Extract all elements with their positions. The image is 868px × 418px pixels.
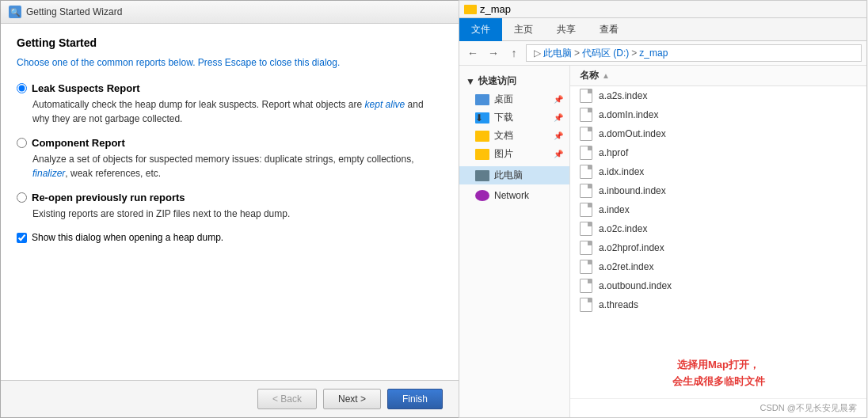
wizard-panel: 🔍 Getting Started Wizard Getting Started… <box>0 0 459 418</box>
sidebar-thispc-section: 此电脑 <box>459 166 569 184</box>
download-pin: 📌 <box>554 113 563 122</box>
ribbon-tab-home[interactable]: 主页 <box>502 18 545 40</box>
file-doc-icon <box>580 298 592 312</box>
file-name: a.threads <box>599 299 638 310</box>
name-column-header: 名称 <box>580 69 599 82</box>
back-nav-btn[interactable]: ← <box>464 44 482 62</box>
option-component: Component Report Analyze a set of object… <box>17 137 443 180</box>
wizard-heading: Getting Started <box>17 36 443 49</box>
ribbon-tab-share[interactable]: 共享 <box>545 18 588 40</box>
file-item[interactable]: a.inbound.index <box>570 181 866 200</box>
network-icon <box>475 190 489 201</box>
show-dialog-checkbox[interactable] <box>17 233 27 243</box>
file-doc-icon <box>580 279 592 293</box>
sidebar-item-thispc[interactable]: 此电脑 <box>459 166 569 184</box>
explorer-body: ▼ 快速访问 桌面 📌 ⬇ 下载 📌 文档 📌 <box>459 66 866 417</box>
file-item[interactable]: a.threads <box>570 295 866 314</box>
quickaccess-label: 快速访问 <box>478 74 516 88</box>
up-nav-btn[interactable]: ↑ <box>505 44 523 62</box>
file-name: a.hprof <box>599 147 628 158</box>
file-doc-icon <box>580 108 592 122</box>
file-item[interactable]: a.domOut.index <box>570 124 866 143</box>
option-leak-radio[interactable] <box>17 83 27 93</box>
next-button[interactable]: Next > <box>323 389 381 409</box>
explorer-titlebar: z_map <box>459 1 866 18</box>
file-item[interactable]: a.domIn.index <box>570 105 866 124</box>
network-label: Network <box>494 190 529 201</box>
file-doc-icon <box>580 260 592 274</box>
wizard-titlebar: 🔍 Getting Started Wizard <box>1 1 459 24</box>
ribbon-tab-file[interactable]: 文件 <box>459 18 502 41</box>
file-doc-icon <box>580 146 592 160</box>
option-reopen-label[interactable]: Re-open previously run reports <box>17 192 443 203</box>
sidebar-item-network[interactable]: Network <box>459 188 569 203</box>
forward-nav-btn[interactable]: → <box>485 44 502 62</box>
address-arrow: ▷ <box>534 48 541 59</box>
option-component-label[interactable]: Component Report <box>17 137 443 149</box>
option-leak-text: Leak Suspects Report <box>32 82 140 94</box>
file-doc-icon <box>580 203 592 217</box>
finish-button[interactable]: Finish <box>387 389 443 409</box>
sidebar-item-docs[interactable]: 文档 📌 <box>459 127 569 145</box>
download-label: 下载 <box>494 111 513 124</box>
desktop-pin: 📌 <box>554 95 563 104</box>
address-folder[interactable]: z_map <box>639 48 668 59</box>
explorer-content: 名称 ▲ a.a2s.indexa.domIn.indexa.domOut.in… <box>570 66 866 417</box>
explorer-title: z_map <box>480 3 511 15</box>
address-drive[interactable]: 代码区 (D:) <box>582 47 629 60</box>
address-sep1: > <box>574 48 580 59</box>
explorer-nav: ← → ↑ ▷ 此电脑 > 代码区 (D:) > z_map <box>459 41 866 66</box>
file-doc-icon <box>580 241 592 255</box>
file-item[interactable]: a.a2s.index <box>570 86 866 105</box>
pc-icon <box>475 170 489 181</box>
address-bar[interactable]: ▷ 此电脑 > 代码区 (D:) > z_map <box>526 44 862 62</box>
pictures-icon <box>475 149 489 160</box>
file-list-header: 名称 ▲ <box>570 66 866 86</box>
sidebar-item-pictures[interactable]: 图片 📌 <box>459 145 569 163</box>
file-name: a.a2s.index <box>599 90 647 101</box>
file-doc-icon <box>580 89 592 103</box>
show-dialog-label: Show this dialog when opening a heap dum… <box>32 232 223 243</box>
wizard-title: Getting Started Wizard <box>26 6 122 17</box>
option-reopen-radio[interactable] <box>17 192 27 203</box>
file-name: a.o2ret.index <box>599 261 653 272</box>
back-button[interactable]: < Back <box>257 389 317 409</box>
file-name: a.o2hprof.index <box>599 242 664 253</box>
pictures-pin: 📌 <box>554 150 563 158</box>
file-name: a.idx.index <box>599 166 644 177</box>
ribbon-tab-view[interactable]: 查看 <box>588 18 630 40</box>
file-item[interactable]: a.hprof <box>570 143 866 162</box>
docs-label: 文档 <box>494 129 513 142</box>
sidebar-item-download[interactable]: ⬇ 下载 📌 <box>459 108 569 127</box>
file-item[interactable]: a.outbound.index <box>570 276 866 295</box>
file-item[interactable]: a.index <box>570 200 866 219</box>
option-component-text: Component Report <box>32 137 125 149</box>
file-list: a.a2s.indexa.domIn.indexa.domOut.indexa.… <box>570 86 866 349</box>
file-doc-icon <box>580 184 592 198</box>
option-leak-label[interactable]: Leak Suspects Report <box>17 82 443 94</box>
file-name: a.o2c.index <box>599 223 647 234</box>
sidebar-nav: ▼ 快速访问 桌面 📌 ⬇ 下载 📌 文档 📌 <box>459 66 570 417</box>
file-item[interactable]: a.o2c.index <box>570 219 866 238</box>
sidebar-item-desktop[interactable]: 桌面 📌 <box>459 90 569 108</box>
csdn-watermark: CSDN @不见长安见晨雾 <box>570 398 866 417</box>
file-item[interactable]: a.idx.index <box>570 162 866 181</box>
sidebar-network-section: Network <box>459 188 569 203</box>
address-sep2: > <box>631 48 637 59</box>
docs-icon <box>475 131 489 142</box>
option-component-radio[interactable] <box>17 138 27 148</box>
file-name: a.domIn.index <box>599 109 658 120</box>
file-item[interactable]: a.o2ret.index <box>570 257 866 276</box>
quickaccess-arrow: ▼ <box>466 76 475 87</box>
download-icon: ⬇ <box>475 112 489 124</box>
file-doc-icon <box>580 127 592 141</box>
option-reopen: Re-open previously run reports Existing … <box>17 192 443 221</box>
file-name: a.inbound.index <box>599 185 666 196</box>
address-pc[interactable]: 此电脑 <box>543 47 572 60</box>
annotation-text: 选择用Map打开， 会生成很多临时文件 <box>570 349 866 398</box>
sort-arrow: ▲ <box>602 71 610 80</box>
sidebar-quickaccess-header[interactable]: ▼ 快速访问 <box>459 72 569 90</box>
sidebar-quickaccess: ▼ 快速访问 桌面 📌 ⬇ 下载 📌 文档 📌 <box>459 72 569 163</box>
file-item[interactable]: a.o2hprof.index <box>570 238 866 257</box>
pictures-label: 图片 <box>494 147 513 161</box>
